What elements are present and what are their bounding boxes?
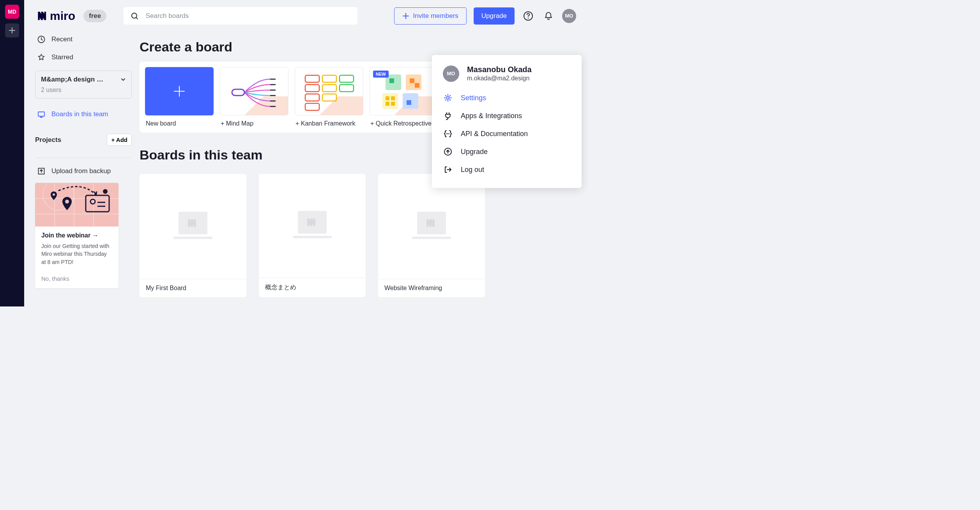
dropdown-item-logout[interactable]: Log out [441, 161, 572, 179]
workspace-rail: MD [0, 0, 24, 306]
dropdown-user-name: Masanobu Okada [467, 65, 532, 74]
board-thumbnail [378, 174, 485, 279]
plus-icon [173, 85, 186, 98]
webinar-illustration [35, 183, 119, 227]
template-retrospective[interactable]: NEW [370, 67, 438, 127]
svg-point-39 [449, 133, 449, 134]
svg-point-36 [447, 97, 449, 99]
svg-point-10 [65, 200, 69, 204]
clock-icon [37, 35, 45, 43]
workspace-badge[interactable]: MD [5, 5, 19, 19]
svg-rect-18 [305, 85, 319, 92]
sidebar-item-boards[interactable]: Boards in this team [35, 106, 132, 122]
chevron-down-icon [120, 77, 126, 82]
sidebar-item-starred[interactable]: Starred [35, 50, 132, 65]
dropdown-item-upgrade[interactable]: Upgrade [441, 143, 572, 161]
sidebar-label: Boards in this team [51, 110, 108, 118]
svg-point-3 [528, 18, 529, 19]
dropdown-user-email: m.okada@ma2.design [467, 75, 532, 82]
team-users-count: 2 users [41, 87, 126, 94]
sidebar-label: Starred [51, 53, 73, 61]
invite-members-button[interactable]: Invite members [394, 7, 467, 25]
svg-rect-5 [38, 112, 44, 116]
plug-icon [444, 112, 452, 120]
team-name: M&amp;A design … [41, 76, 103, 83]
template-new-board[interactable]: New board [145, 67, 214, 127]
dropdown-item-settings[interactable]: Settings [441, 89, 572, 107]
svg-point-38 [448, 133, 448, 134]
webinar-dismiss-button[interactable]: No, thanks [41, 275, 112, 282]
board-title: My First Board [140, 279, 246, 297]
board-thumbnail [140, 174, 246, 279]
dropdown-item-api[interactable]: API & Documentation [441, 125, 572, 143]
svg-rect-14 [232, 89, 244, 96]
svg-rect-19 [322, 85, 336, 92]
gear-icon [444, 94, 452, 102]
board-card[interactable]: 概念まとめ [259, 174, 366, 297]
dropdown-item-apps[interactable]: Apps & Integrations [441, 107, 572, 125]
logout-icon [444, 165, 452, 174]
svg-rect-23 [305, 103, 319, 110]
team-selector[interactable]: M&amp;A design … 2 users [35, 71, 132, 99]
board-card[interactable]: My First Board [140, 174, 246, 297]
sidebar-item-recent[interactable]: Recent [35, 32, 132, 47]
add-project-button[interactable]: + Add [107, 134, 132, 146]
svg-rect-33 [391, 102, 395, 106]
dropdown-label: Apps & Integrations [461, 112, 522, 120]
svg-rect-31 [391, 96, 395, 100]
upgrade-button[interactable]: Upgrade [474, 7, 515, 25]
board-card[interactable]: Website Wireframing [378, 174, 485, 297]
template-kanban[interactable]: + Kanban Framework [295, 67, 363, 127]
dropdown-label: API & Documentation [461, 130, 528, 138]
svg-rect-20 [340, 85, 354, 92]
notifications-button[interactable] [542, 9, 555, 23]
svg-point-11 [103, 189, 108, 194]
add-workspace-button[interactable] [5, 23, 19, 37]
create-board-heading: Create a board [140, 39, 576, 55]
topbar: miro free Invite members Upgrade [24, 0, 588, 29]
help-button[interactable] [522, 9, 535, 23]
upload-backup-button[interactable]: Upload from backup [35, 166, 132, 177]
svg-rect-30 [386, 96, 389, 100]
svg-point-37 [446, 133, 447, 134]
svg-rect-22 [322, 94, 336, 101]
sidebar-label: Upload from backup [51, 167, 111, 175]
svg-rect-21 [305, 94, 319, 101]
svg-text:miro: miro [50, 9, 75, 22]
search-bar[interactable] [124, 7, 357, 25]
board-icon [37, 110, 45, 118]
svg-rect-16 [322, 75, 336, 82]
dropdown-label: Settings [461, 94, 486, 102]
upload-icon [37, 167, 45, 175]
user-avatar[interactable]: MO [562, 9, 576, 23]
plus-icon [402, 12, 409, 19]
miro-icon [306, 218, 319, 227]
user-dropdown: MO Masanobu Okada m.okada@ma2.design Set… [432, 55, 582, 188]
board-title: 概念まとめ [259, 278, 366, 297]
template-mind-map[interactable]: + Mind Map [220, 67, 288, 127]
invite-label: Invite members [413, 12, 458, 20]
svg-rect-25 [389, 78, 394, 83]
bell-icon [544, 11, 553, 21]
dropdown-label: Upgrade [461, 148, 488, 156]
webinar-title[interactable]: Join the webinar → [41, 232, 112, 239]
svg-rect-35 [407, 100, 411, 105]
braces-icon [444, 129, 452, 138]
template-label: + Mind Map [220, 120, 288, 127]
board-title: Website Wireframing [378, 279, 485, 297]
divider [37, 158, 130, 158]
board-thumbnail [259, 174, 366, 278]
svg-rect-29 [382, 93, 398, 109]
svg-rect-17 [340, 75, 354, 82]
dropdown-label: Log out [461, 166, 484, 174]
svg-rect-28 [415, 83, 419, 88]
arrow-up-circle-icon [444, 147, 452, 156]
plan-badge: free [83, 10, 106, 22]
svg-rect-15 [305, 75, 319, 82]
template-label: + Kanban Framework [295, 120, 363, 127]
svg-rect-32 [386, 102, 389, 106]
plus-icon [9, 27, 16, 34]
search-input[interactable] [146, 12, 351, 20]
webinar-description: Join our Getting started with Miro webin… [41, 242, 112, 266]
boards-heading: Boards in this team [140, 147, 263, 163]
